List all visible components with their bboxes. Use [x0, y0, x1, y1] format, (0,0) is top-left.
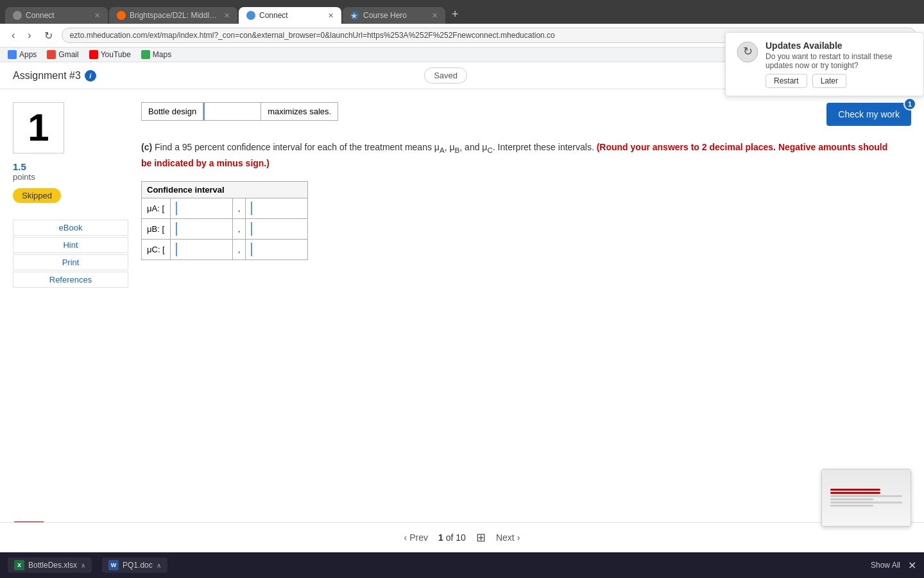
assignment-title-text: Assignment #3: [13, 70, 81, 82]
sub-question-text: (c) Find a 95 percent confidence interva…: [141, 140, 898, 171]
question-number: 1: [28, 109, 49, 147]
later-button[interactable]: Later: [812, 74, 846, 88]
ci-cell-B1: [170, 218, 232, 239]
sub-c-label: (c): [141, 142, 152, 152]
maps-icon: [141, 50, 150, 59]
ci-label-C: μC: [: [142, 239, 171, 259]
bookmark-gmail[interactable]: Gmail: [47, 50, 78, 59]
ci-input-C2[interactable]: [251, 243, 302, 256]
ci-cell-C2: [246, 239, 308, 259]
tab-icon-connect2: [246, 11, 255, 20]
tab-brightspace[interactable]: Brightspace/D2L: Middle Geor... ✕: [109, 7, 237, 24]
points-label: points: [13, 172, 128, 182]
ci-cell-A2: [246, 198, 308, 218]
side-links: eBook Hint Print References: [13, 220, 128, 288]
ci-row-A: μA: [ ,: [142, 198, 308, 218]
new-tab-button[interactable]: +: [447, 5, 464, 24]
fill-suffix: maximizes sales.: [261, 103, 338, 120]
thumb-line-3: [830, 495, 902, 497]
thumb-line-2: [830, 492, 881, 494]
ci-row-C: μC: [ ,: [142, 239, 308, 259]
update-desc: Do you want to restart to install these …: [766, 52, 913, 70]
ci-input-B1[interactable]: [176, 222, 227, 236]
tab-title-connect2: Connect: [259, 11, 324, 20]
tab-coursehero[interactable]: ★ Course Hero ✕: [343, 7, 445, 24]
tab-title-connect1: Connect: [26, 11, 90, 20]
instruction-text: (Round your answers to 2 decimal places.…: [141, 142, 887, 168]
thumb-line-1: [830, 489, 881, 491]
bookmark-maps-label: Maps: [153, 50, 171, 59]
tab-close-connect2[interactable]: ✕: [328, 12, 334, 20]
tab-close-connect1[interactable]: ✕: [94, 12, 100, 20]
update-content: Updates Available Do you want to restart…: [766, 40, 913, 88]
ebook-link[interactable]: eBook: [13, 220, 128, 236]
thumbnail-preview: [821, 469, 911, 526]
assignment-title: Assignment #3 i: [13, 70, 96, 82]
saved-badge: Saved: [424, 67, 467, 83]
ci-cell-C1: [170, 239, 232, 259]
fill-in-row: Bottle design maximizes sales.: [141, 102, 338, 121]
sub-C: C: [487, 146, 492, 154]
print-link[interactable]: Print: [13, 254, 128, 270]
main-content: 1 1.5 points Skipped eBook Hint Print Re…: [0, 89, 924, 526]
restart-button[interactable]: Restart: [766, 74, 807, 88]
ci-input-A2[interactable]: [251, 202, 302, 215]
bookmark-youtube-label: YouTube: [101, 50, 131, 59]
thumbnail-lines: [826, 484, 906, 512]
hint-link[interactable]: Hint: [13, 237, 128, 253]
left-panel: 1 1.5 points Skipped eBook Hint Print Re…: [13, 102, 128, 513]
thumb-line-5: [830, 502, 902, 504]
check-work-badge: 1: [903, 98, 916, 110]
tab-connect1[interactable]: Connect ✕: [5, 7, 108, 24]
ci-input-B2[interactable]: [251, 222, 302, 236]
tab-bar: Connect ✕ Brightspace/D2L: Middle Geor..…: [0, 0, 924, 24]
sub-question-c: (c) Find a 95 percent confidence interva…: [141, 140, 898, 260]
ci-cell-B2: [246, 218, 308, 239]
thumbnail-inner: [822, 469, 911, 526]
ci-cell-A1: [170, 198, 232, 218]
question-number-box: 1: [13, 102, 64, 153]
confidence-table: Confidence interval μA: [ , μB: [ ,: [141, 181, 308, 260]
sub-B: B: [455, 146, 460, 154]
info-icon[interactable]: i: [85, 70, 96, 82]
points-value: 1.5: [13, 161, 128, 172]
update-notification: ↻ Updates Available Do you want to resta…: [725, 32, 924, 96]
bookmark-apps[interactable]: Apps: [8, 50, 37, 59]
tab-icon-brightspace: [117, 11, 126, 20]
bookmark-maps[interactable]: Maps: [141, 50, 171, 59]
update-icon: ↻: [736, 40, 759, 64]
page-footer: ‹ Prev 1 of 10 ⊞ Next ›: [0, 522, 924, 526]
confidence-table-header: Confidence interval: [142, 181, 308, 198]
thumb-line-4: [830, 498, 873, 500]
tab-title-coursehero: Course Hero: [363, 11, 428, 20]
bookmark-gmail-label: Gmail: [58, 50, 78, 59]
check-work-area: Check my work 1: [826, 103, 911, 126]
fill-input[interactable]: [203, 103, 261, 120]
apps-icon: [8, 50, 17, 59]
bookmark-youtube[interactable]: YouTube: [89, 50, 131, 59]
check-my-work-button[interactable]: Check my work 1: [826, 103, 911, 126]
skipped-badge: Skipped: [13, 188, 61, 203]
tab-connect2[interactable]: Connect ✕: [239, 7, 341, 24]
tab-title-brightspace: Brightspace/D2L: Middle Geor...: [130, 11, 220, 20]
references-link[interactable]: References: [13, 272, 128, 288]
update-title: Updates Available: [766, 40, 913, 51]
tab-close-brightspace[interactable]: ✕: [224, 12, 230, 20]
ci-comma-B: ,: [232, 218, 246, 239]
fill-prefix: Bottle design: [142, 103, 203, 120]
ci-comma-C: ,: [232, 239, 246, 259]
ci-label-A: μA: [: [142, 198, 171, 218]
ci-input-C1[interactable]: [176, 243, 227, 256]
forward-button[interactable]: ›: [24, 28, 35, 42]
tab-icon-coursehero: ★: [350, 11, 359, 20]
ci-row-B: μB: [ ,: [142, 218, 308, 239]
sub-A: A: [440, 146, 445, 154]
tab-icon-connect1: [13, 11, 22, 20]
ci-comma-A: ,: [232, 198, 246, 218]
reload-button[interactable]: ↻: [40, 28, 56, 43]
youtube-icon: [89, 50, 98, 59]
back-button[interactable]: ‹: [8, 28, 19, 42]
bookmark-apps-label: Apps: [19, 50, 37, 59]
tab-close-coursehero[interactable]: ✕: [432, 12, 438, 20]
ci-input-A1[interactable]: [176, 202, 227, 215]
